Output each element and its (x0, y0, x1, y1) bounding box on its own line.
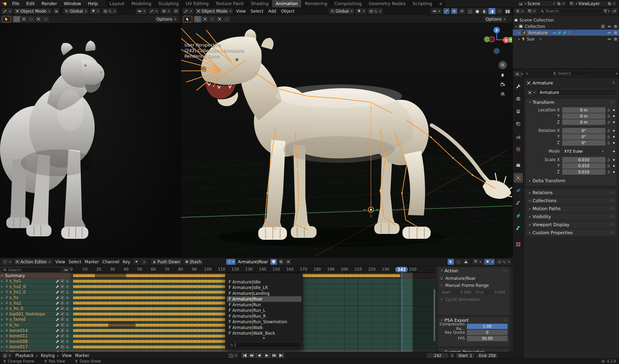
select-mode-extend[interactable] (201, 16, 209, 22)
proportional-edit-dropdown[interactable]: ⊙∿▾ (496, 259, 511, 265)
xray-toggle[interactable] (459, 8, 465, 14)
wrench-icon[interactable] (56, 339, 59, 343)
editor-type-button[interactable]: ▾ (1, 353, 12, 358)
panel-grip-icon[interactable]: ∷∷ (609, 223, 614, 226)
transform-value-field[interactable]: XYZ Euler▾ (562, 149, 605, 154)
channel-row-s_hs1_0[interactable]: ▸ s_hs1_0 ✓ (0, 290, 70, 295)
properties-tab-output[interactable] (514, 107, 523, 116)
manual-frame-range-checkbox[interactable] (440, 283, 443, 287)
move-channel-up-button[interactable]: ▲ (141, 259, 147, 265)
action-name[interactable]: Armature|Roar (238, 259, 268, 264)
select-mode-intersect[interactable] (223, 16, 231, 22)
properties-tab-tool[interactable] (514, 81, 523, 91)
viewport-right[interactable]: ▾ Object Mode▾ View Select Add Object ↻G… (181, 7, 513, 257)
animate-property-dot[interactable]: ● (612, 150, 616, 152)
options-chevron-icon[interactable]: ▾ (616, 72, 618, 75)
action-menu-item-armature-run-l[interactable]: F Armature|Run_L (227, 308, 301, 313)
pin-icon[interactable] (5, 340, 9, 343)
axis-z[interactable]: Z (493, 27, 500, 33)
viewlayer-selector[interactable]: ▾ ViewLayer ✕ (568, 0, 617, 7)
vertical-scrollbar[interactable] (434, 289, 435, 341)
eye-icon[interactable] (607, 31, 611, 35)
channel-row-bone008[interactable]: ▸ bone008 ✓ (0, 339, 70, 344)
properties-tab-collection[interactable] (514, 160, 523, 170)
properties-tab-bone[interactable] (514, 224, 523, 233)
warning-icon[interactable] (463, 259, 469, 265)
pin-icon[interactable] (612, 81, 616, 85)
pin-icon[interactable] (5, 345, 9, 349)
scroll-more-icon[interactable]: ▼ (225, 336, 302, 340)
transform-value-field[interactable]: 0 m (562, 107, 605, 113)
breadcrumb-object[interactable]: Armature (533, 80, 553, 85)
pin-icon[interactable] (5, 301, 9, 305)
editor-type-button[interactable]: ▾ (514, 8, 525, 14)
pause-icon[interactable]: ▮▮ (505, 8, 511, 14)
pin-icon[interactable] (5, 329, 9, 332)
lock-open-icon[interactable] (66, 339, 69, 343)
outliner-row-armature[interactable]: ▸ Armature ↝ ▽ (513, 30, 619, 36)
panel-grip-icon[interactable]: ∷∷ (609, 207, 614, 210)
dope-menu-channel[interactable]: Channel (101, 259, 121, 264)
workspace-tab-modeling[interactable]: Modeling (128, 0, 155, 7)
lock-open-icon[interactable] (66, 285, 69, 288)
menu-select[interactable]: Select (249, 9, 265, 14)
sliders-icon[interactable] (515, 72, 519, 76)
lock-open-icon[interactable] (66, 351, 69, 352)
pin-icon[interactable] (5, 307, 9, 310)
lock-open-icon[interactable] (66, 296, 69, 299)
editor-type-button[interactable]: ▾ (1, 8, 12, 14)
channel-row-bone017[interactable]: ▸ bone017 ✓ (0, 344, 70, 350)
animate-property-dot[interactable]: ● (612, 165, 616, 167)
transform-value-field[interactable]: 0° (562, 134, 605, 140)
lock-icon[interactable] (605, 114, 612, 118)
action-menu-item-armature-idle[interactable]: F Armature|Idle (227, 279, 301, 285)
eye-icon[interactable] (607, 37, 611, 41)
wrench-icon[interactable] (56, 279, 59, 283)
stash-button[interactable]: ❄ Stash (183, 259, 203, 265)
active-tool-select[interactable] (2, 16, 11, 23)
channel-enable-checkbox[interactable]: ✓ (60, 323, 64, 327)
lock-open-icon[interactable] (66, 312, 69, 316)
wrench-icon[interactable] (56, 323, 59, 327)
workspace-tab-rendering[interactable]: Rendering (301, 0, 331, 7)
menu-render[interactable]: Render (39, 0, 60, 7)
fps-field[interactable]: 30.00 (467, 336, 507, 341)
visibility-dropdown[interactable]: ▾ (431, 8, 442, 14)
channel-search-input[interactable] (8, 268, 60, 272)
animate-property-dot[interactable]: ● (612, 141, 616, 144)
lock-icon[interactable] (605, 120, 612, 124)
playhead-frame-badge[interactable]: 242 (395, 267, 408, 272)
eye-icon[interactable] (607, 25, 611, 28)
editor-mode-dropdown[interactable]: Action Editor▾ (14, 259, 52, 265)
panel-custom-properties[interactable]: ▸Custom Properties∷∷ (526, 229, 617, 236)
properties-search-input[interactable] (558, 71, 590, 76)
channel-enable-checkbox[interactable]: ✓ (60, 285, 64, 289)
lock-icon[interactable] (605, 141, 612, 145)
active-tool-select[interactable] (183, 16, 192, 23)
footer-menu-view[interactable]: View (60, 353, 73, 358)
wrench-icon[interactable] (56, 318, 59, 321)
channel-enable-checkbox[interactable]: ✓ (60, 339, 64, 343)
lock-icon[interactable] (605, 135, 612, 139)
action-menu-item-armature-roar[interactable]: F Armature|Roar (227, 296, 301, 302)
channel-row-Object001[interactable]: ▸ Object001 ✓ (0, 350, 70, 352)
properties-tab-scene[interactable] (514, 132, 523, 141)
mode-dropdown[interactable]: Object Mode▾ (14, 8, 52, 14)
action-menu-item-armature-run-r[interactable]: F Armature|Run_R (227, 313, 301, 319)
workspace-tab-layout[interactable]: Layout (106, 0, 128, 7)
snap-dropdown[interactable]: ▾ (356, 8, 366, 14)
expand-icon[interactable]: ▸ (519, 37, 520, 41)
overlays-toggle[interactable] (451, 8, 457, 14)
workspace-tab-uv-editing[interactable]: UV Editing (182, 0, 212, 7)
gizmo-toggle[interactable] (443, 8, 450, 14)
play-button[interactable] (263, 353, 271, 358)
next-keyframe-button[interactable] (271, 353, 278, 358)
options-dropdown[interactable]: Options▾ (155, 16, 178, 22)
chevron-down-icon[interactable]: ▾ (526, 72, 528, 75)
channel-row-bone014[interactable]: ▸ bone014 ✓ (0, 328, 70, 333)
workspace-tab-compositing[interactable]: Compositing (331, 0, 365, 7)
transform-value-field[interactable]: 0° (562, 140, 605, 146)
key-quota-field[interactable]: 0 (467, 330, 507, 335)
outliner-row-scene-collection[interactable]: Scene Collection (513, 17, 619, 23)
outliner-search[interactable] (538, 8, 602, 14)
